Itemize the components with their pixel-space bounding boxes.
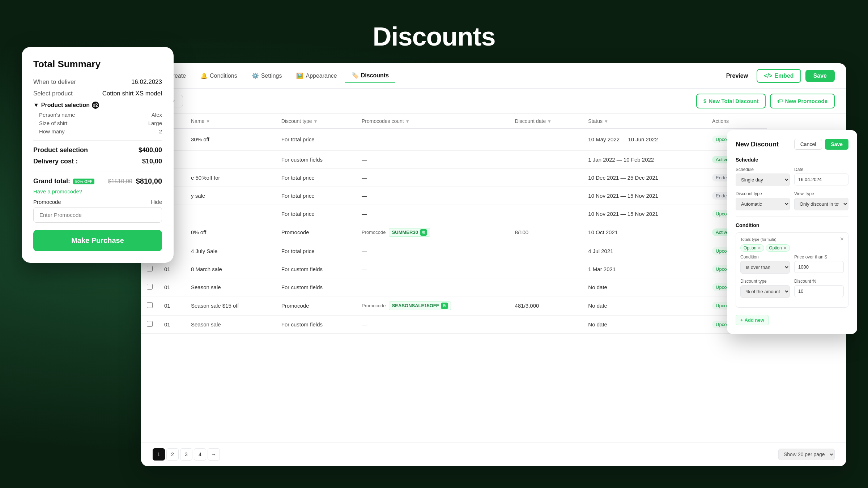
row-checkbox[interactable]	[147, 302, 153, 308]
row-date: No date	[582, 278, 706, 296]
tab-conditions[interactable]: 🔔 Conditions	[194, 69, 244, 83]
view-type-label: View Type	[794, 191, 848, 196]
add-new-label: Add new	[745, 317, 764, 323]
price-group: Price over than $	[794, 254, 844, 274]
totals-type-label: Totals type (formula)	[740, 237, 844, 241]
discount-type-select[interactable]: Automatic Manual	[736, 198, 790, 210]
row-checkbox[interactable]	[147, 284, 153, 290]
promo-cell: —	[356, 150, 509, 168]
discount-type2-group: Discount type % of the amount Fixed amou…	[740, 279, 790, 298]
sub-row-size: Size of shirt Large	[33, 120, 162, 126]
save-button[interactable]: Save	[805, 70, 835, 82]
promocode-input[interactable]	[33, 207, 162, 223]
tab-appearance[interactable]: 🖼️ Appearance	[290, 69, 343, 83]
tab-discounts[interactable]: 🏷️ Discounts	[345, 68, 395, 83]
page-2-btn[interactable]: 2	[166, 448, 179, 461]
schedule-row: Schedule Single day Date range Date	[736, 167, 848, 186]
appearance-icon: 🖼️	[296, 72, 303, 79]
promo-count-cell	[509, 129, 583, 151]
sub-row-quantity: How many 2	[33, 128, 162, 134]
date-label: Date	[794, 167, 848, 172]
condition-group: Condition Is over than Is less than Is e…	[740, 254, 790, 274]
modal-cancel-button[interactable]: Cancel	[794, 139, 822, 150]
next-page-btn[interactable]: →	[208, 448, 220, 461]
promo-count-cell	[509, 205, 583, 223]
view-type-select[interactable]: Only discount in total Show full price	[794, 198, 848, 210]
condition-close-btn[interactable]: ✕	[839, 236, 845, 242]
tag-1-remove-btn[interactable]: ✕	[758, 246, 761, 251]
promo-count-cell	[509, 260, 583, 278]
promocode-section: Promocode Hide	[33, 199, 162, 230]
tag-option-2: Option ✕	[766, 244, 790, 252]
per-page-select[interactable]: Show 20 per page Show 50 per page	[778, 449, 835, 460]
modal-title: New Discount	[736, 141, 779, 148]
preview-button[interactable]: Preview	[719, 70, 755, 82]
plus-icon: +	[740, 317, 743, 323]
make-purchase-button[interactable]: Make Purchase	[33, 230, 162, 251]
embed-label: Embed	[774, 73, 793, 79]
copy-icon[interactable]: ⎘	[441, 303, 448, 309]
row-type: For total price	[276, 242, 356, 260]
discount-pct-row: Discount type % of the amount Fixed amou…	[740, 279, 844, 298]
promo-cell: —	[356, 260, 509, 278]
product-price-value: $400,00	[139, 146, 162, 154]
row-type: For custom fields	[276, 315, 356, 333]
promo-count-cell: 481/3,000	[509, 296, 583, 315]
tab-settings[interactable]: ⚙️ Settings	[245, 69, 289, 83]
promocode-hide-btn[interactable]: Hide	[151, 199, 162, 205]
row-name	[185, 205, 276, 223]
promocode-label-row: Promocode Hide	[33, 199, 162, 205]
sub-value-quantity: 2	[159, 128, 162, 134]
page-3-btn[interactable]: 3	[180, 448, 192, 461]
type-row: Discount type Automatic Manual View Type…	[736, 191, 848, 210]
row-checkbox-cell	[141, 315, 158, 333]
row-type: For custom fields	[276, 278, 356, 296]
new-total-discount-button[interactable]: $ New Total Discount	[696, 94, 766, 108]
delivery-cost-row: Delivery cost : $10,00	[33, 158, 162, 165]
row-name: e 50%off for	[185, 168, 276, 187]
copy-icon[interactable]: ⎘	[420, 229, 427, 236]
when-to-deliver-label: When to deliver	[33, 78, 76, 86]
embed-icon: </>	[764, 73, 772, 79]
discount-pct-input[interactable]	[794, 285, 844, 297]
date-input[interactable]	[794, 174, 848, 185]
tag-row: Option ✕ Option ✕	[740, 244, 844, 252]
promo-count-cell	[509, 150, 583, 168]
original-price: $1510,00	[108, 178, 132, 185]
tag-2-remove-btn[interactable]: ✕	[783, 246, 787, 251]
row-name: 4 July Sale	[185, 242, 276, 260]
price-label: Price over than $	[794, 254, 844, 260]
condition-select[interactable]: Is over than Is less than Is equal to	[740, 261, 790, 274]
embed-button[interactable]: </> Embed	[757, 69, 801, 83]
th-promo: Promocodes count ▼	[356, 114, 509, 129]
date-group: Date	[794, 167, 848, 186]
discount-type2-select[interactable]: % of the amount Fixed amount	[740, 285, 790, 298]
row-checkbox-cell	[141, 278, 158, 296]
row-checkbox[interactable]	[147, 266, 153, 271]
page-4-btn[interactable]: 4	[194, 448, 206, 461]
grand-total-text: Grand total:	[33, 177, 70, 185]
th-type: Discount type ▼	[276, 114, 356, 129]
row-type: For total price	[276, 205, 356, 223]
sub-value-size: Large	[148, 120, 162, 126]
modal-save-button[interactable]: Save	[825, 139, 848, 150]
schedule-select[interactable]: Single day Date range	[736, 174, 790, 186]
pagination-bar: 1 2 3 4 → Show 20 per page Show 50 per p…	[141, 442, 846, 466]
promocode-link[interactable]: Have a promocode?	[33, 188, 162, 194]
promo-cell: Promocode SUMMER30 ⎘	[356, 223, 509, 242]
price-input[interactable]	[794, 261, 844, 273]
page-1-btn[interactable]: 1	[153, 448, 165, 461]
add-new-button[interactable]: + Add new	[736, 315, 769, 325]
row-date: 10 Nov 2021 — 15 Nov 2021	[582, 205, 706, 223]
settings-icon: ⚙️	[252, 72, 259, 79]
condition-label: Condition	[740, 254, 790, 260]
promo-count-cell: 8/100	[509, 223, 583, 242]
product-selection-header: ▼ Product selection #2	[33, 102, 162, 109]
row-type: For total price	[276, 168, 356, 187]
tag-option-1-text: Option	[744, 245, 756, 251]
new-promocode-button[interactable]: 🏷 New Promocode	[770, 94, 835, 108]
promo-cell: —	[356, 205, 509, 223]
promo-cell: —	[356, 129, 509, 151]
row-date: 1 Mar 2021	[582, 260, 706, 278]
row-checkbox[interactable]	[147, 321, 153, 327]
